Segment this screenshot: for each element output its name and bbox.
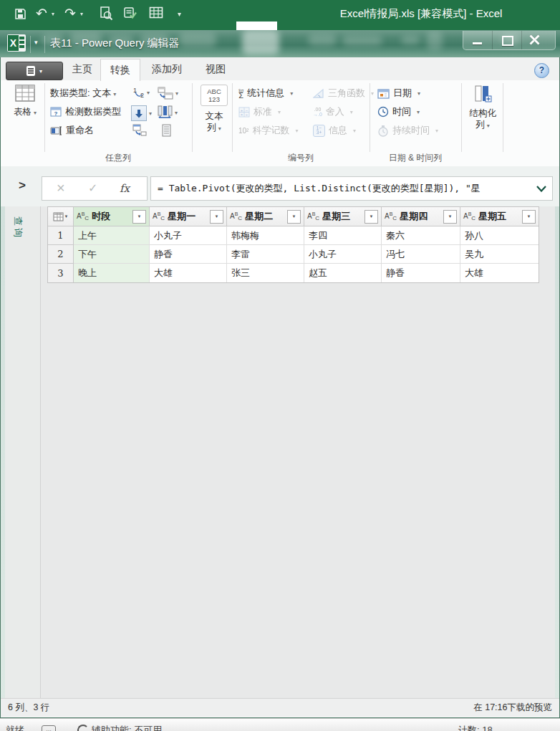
- table-cell[interactable]: 静香: [382, 264, 460, 282]
- information-button[interactable]: 1−3+ 信息▾: [313, 124, 356, 137]
- rename-button[interactable]: 重命名: [50, 124, 94, 137]
- commit-formula-icon[interactable]: ✓: [88, 181, 97, 195]
- table-cell[interactable]: 下午: [74, 245, 150, 264]
- table-cell[interactable]: 李四: [304, 226, 382, 245]
- table-cell[interactable]: 晚上: [74, 264, 150, 282]
- row-number[interactable]: 1: [48, 226, 74, 245]
- undo-dropdown-icon[interactable]: ▾: [52, 11, 54, 17]
- rounding-button[interactable]: .00→.0 舍入▾: [313, 105, 353, 118]
- table-row: 3 晚上 大雄 张三 赵五 静香 大雄: [48, 264, 539, 282]
- detect-data-type-button[interactable]: ? 检测数据类型: [50, 105, 121, 118]
- column-header[interactable]: ABC 星期四 ▼: [382, 207, 460, 226]
- customize-qat-icon[interactable]: ▾: [178, 10, 181, 18]
- tab-transform[interactable]: 转换: [100, 59, 140, 81]
- redo-dropdown-icon[interactable]: ▾: [80, 11, 83, 17]
- date-button[interactable]: 日期▾: [377, 87, 420, 100]
- table-cell[interactable]: 韩梅梅: [227, 226, 304, 245]
- excel-status-accessibility[interactable]: 辅助功能: 不可用: [92, 724, 162, 731]
- filter-button[interactable]: ▼: [132, 210, 146, 224]
- unpivot-columns-button[interactable]: ▾: [158, 87, 178, 100]
- formula-text[interactable]: = Table.Pivot(更改的类型, List.Distinct(更改的类型…: [151, 177, 537, 200]
- table-cell[interactable]: 赵五: [304, 264, 382, 282]
- column-header[interactable]: ABC 星期二 ▼: [227, 207, 304, 226]
- structured-column-icon: [473, 85, 492, 103]
- filter-button[interactable]: ▼: [522, 210, 536, 224]
- queries-pane-collapsed[interactable]: [5, 206, 41, 698]
- close-button[interactable]: [522, 31, 555, 49]
- excel-status-count: 计数: 18: [458, 724, 493, 731]
- table-cell[interactable]: 小丸子: [304, 245, 382, 264]
- format-button[interactable]: [162, 124, 171, 137]
- macro-record-icon[interactable]: …: [42, 725, 56, 731]
- column-header[interactable]: ABC 星期一 ▼: [150, 207, 227, 226]
- expand-queries-pane-button[interactable]: >: [19, 178, 26, 193]
- table-cell[interactable]: 孙八: [460, 226, 539, 245]
- column-header[interactable]: ABC 时段 ▼: [74, 207, 150, 226]
- save-icon[interactable]: [14, 8, 26, 20]
- cancel-formula-icon[interactable]: ×: [57, 180, 65, 196]
- filter-button[interactable]: ▼: [210, 210, 223, 224]
- excel-window-title: Excel情报局.xls [兼容模式] - Excel: [340, 7, 503, 21]
- print-preview-icon[interactable]: [99, 6, 113, 21]
- table-cell[interactable]: 上午: [74, 226, 150, 245]
- convert-to-list-icon: [132, 124, 147, 136]
- table-cell[interactable]: 张三: [227, 264, 304, 282]
- formula-input[interactable]: = Table.Pivot(更改的类型, List.Distinct(更改的类型…: [150, 176, 553, 201]
- file-menu-button[interactable]: ▾: [6, 62, 63, 80]
- rounding-icon: .00→.0: [313, 107, 322, 117]
- select-all-corner[interactable]: ▼: [48, 207, 74, 226]
- duration-button[interactable]: 持续时间▾: [377, 124, 438, 137]
- convert-to-list-button[interactable]: [132, 124, 147, 136]
- scientific-button[interactable]: 10² 科学记数▾: [238, 124, 298, 137]
- column-header[interactable]: ABC 星期三 ▼: [304, 207, 382, 226]
- svg-text:2: 2: [140, 92, 144, 98]
- column-header[interactable]: ABC 星期五 ▼: [460, 207, 539, 226]
- abc-123-icon: ABC123: [201, 85, 228, 106]
- fill-button[interactable]: ▾: [131, 105, 152, 121]
- pq-system-menu-icon[interactable]: ▾: [34, 39, 38, 46]
- table-cell[interactable]: 秦六: [382, 226, 460, 245]
- duration-icon: [377, 125, 389, 137]
- table-cell[interactable]: 大雄: [150, 264, 227, 282]
- filter-button[interactable]: ▼: [443, 210, 457, 224]
- table-cell[interactable]: 冯七: [382, 245, 460, 264]
- fx-icon: fx: [120, 182, 130, 195]
- structured-column-button[interactable]: 结构化列▾: [464, 85, 501, 132]
- tab-view[interactable]: 视图: [201, 57, 231, 80]
- minimize-button[interactable]: [463, 31, 493, 49]
- background-window-fragment: [236, 22, 277, 30]
- standard-button[interactable]: +−×÷ 标准▾: [238, 105, 281, 118]
- table-cell[interactable]: 大雄: [460, 264, 539, 282]
- filter-button[interactable]: ▼: [365, 210, 378, 224]
- header-row: ▼ ABC 时段 ▼ ABC 星期一 ▼ ABC 星期二 ▼ ABC 星期三 ▼…: [48, 207, 539, 226]
- tab-add-column[interactable]: 添加列: [146, 57, 188, 80]
- row-number[interactable]: 3: [48, 264, 74, 282]
- move-button[interactable]: ▾: [157, 105, 178, 120]
- trigonometry-button[interactable]: 三角函数▾: [313, 87, 374, 100]
- data-type-button[interactable]: 数据类型: 文本▾: [50, 87, 116, 100]
- table-cell[interactable]: 李雷: [227, 245, 304, 264]
- maximize-button[interactable]: [493, 31, 522, 49]
- undo-icon[interactable]: ↶: [36, 5, 47, 22]
- table-menu-button[interactable]: 表格▾: [9, 85, 42, 119]
- spelling-check-icon[interactable]: [123, 6, 137, 20]
- tab-home[interactable]: 主页: [67, 57, 97, 80]
- table-cell[interactable]: 小丸子: [150, 226, 227, 245]
- redo-icon[interactable]: ↷: [64, 5, 76, 22]
- help-button[interactable]: ?: [534, 63, 549, 78]
- text-column-button[interactable]: ABC123 文本列▾: [197, 85, 231, 135]
- table-cell[interactable]: 吴九: [460, 245, 539, 264]
- pq-status-bar: 6 列、3 行 在 17:16下载的预览: [1, 698, 559, 717]
- statistics-button[interactable]: x̄σΣ 统计信息▾: [238, 87, 293, 100]
- rename-icon: [50, 126, 62, 135]
- time-button[interactable]: 时间▾: [377, 105, 420, 118]
- formula-controls: × ✓ fx: [42, 176, 148, 201]
- table-borders-icon[interactable]: [149, 6, 163, 19]
- window-controls: [463, 31, 556, 50]
- replace-values-button[interactable]: 12 ▾: [132, 87, 150, 98]
- filter-button[interactable]: ▼: [287, 210, 301, 224]
- expand-formula-icon[interactable]: [536, 186, 546, 192]
- excel-title-bar: ↶ ▾ ↷ ▾ ▾ Excel情报局.xls [兼容模式] - Excel: [0, 0, 560, 30]
- row-number[interactable]: 2: [48, 245, 74, 264]
- table-cell[interactable]: 静香: [150, 245, 227, 264]
